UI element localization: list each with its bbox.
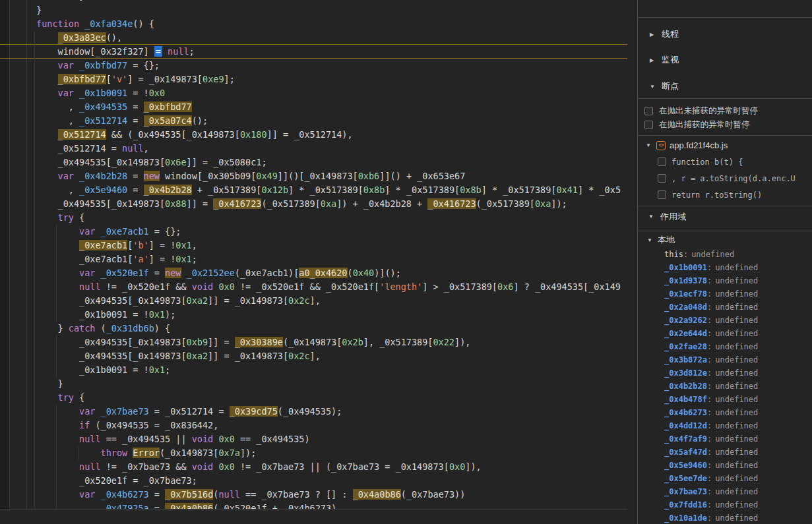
scope-local-group[interactable]: ▼ 本地 bbox=[638, 233, 812, 247]
section-breakpoints[interactable]: ▼ 断点 bbox=[638, 78, 812, 94]
code-line[interactable]: var _0x1b0091 = !0x0 bbox=[0, 86, 627, 100]
code-line[interactable]: _0x512714 && (_0x494535[_0x149873[0x180]… bbox=[0, 128, 627, 142]
variable-value: undefined bbox=[715, 487, 758, 496]
js-file-icon: <> bbox=[656, 141, 666, 150]
code-line[interactable]: window[_0x32f327] = null; bbox=[0, 45, 627, 59]
code-line[interactable]: _0x1b0091 = !0x1; bbox=[0, 363, 627, 377]
section-scope[interactable]: ▼ 作用域 bbox=[638, 209, 812, 224]
checkbox[interactable] bbox=[658, 158, 666, 166]
variable-name: _0x1b0091 bbox=[664, 263, 707, 272]
variable-name: _0x3b872a bbox=[664, 355, 707, 364]
code-line[interactable]: } catch (_0x31db6b) { bbox=[0, 322, 627, 335]
breakpoint-entry[interactable]: function b(t) { bbox=[638, 154, 812, 170]
section-watch[interactable]: ▶ 监视 bbox=[638, 52, 812, 68]
section-threads[interactable]: ▶ 线程 bbox=[638, 26, 812, 42]
scope-variable[interactable]: _0x4b6273:undefined bbox=[638, 406, 812, 419]
search-highlight: _0x7b516d bbox=[165, 489, 213, 500]
code-line[interactable]: _0x3a83ec(), bbox=[0, 31, 627, 45]
scope-variable[interactable]: _0x1b0091:undefined bbox=[638, 261, 812, 274]
code-line[interactable]: _0x1b0091 = !0x1); bbox=[0, 308, 627, 322]
code-line[interactable]: var _0x4b6273 = _0x7b516d(null == _0x7ba… bbox=[0, 488, 627, 502]
code-line[interactable]: var _0xe7acb1 = {}; bbox=[0, 225, 627, 239]
chevron-right-icon: ▶ bbox=[650, 32, 656, 38]
variable-value: undefined bbox=[715, 342, 758, 351]
breakpoint-entry[interactable]: , r = a.toString(d.a.enc.U bbox=[638, 170, 812, 187]
code-line[interactable]: _0xe7acb1['a'] = !0x1; bbox=[0, 252, 627, 266]
section-divider bbox=[638, 17, 812, 18]
code-line[interactable]: , _0x512714 = _0x5a07c4(); bbox=[0, 114, 627, 128]
code-line[interactable]: null != _0x7bae73 && void 0x0 != _0x7bae… bbox=[0, 460, 627, 474]
scope-variable[interactable]: _0x5ee7de:undefined bbox=[638, 472, 812, 485]
pause-on-caught-exceptions[interactable]: 在抛出捕获的异常时暂停 bbox=[638, 118, 812, 132]
scope-variable[interactable]: _0x5e9460:undefined bbox=[638, 459, 812, 472]
code-line[interactable]: null != _0x520e1f && void 0x0 != _0x520e… bbox=[0, 280, 627, 294]
code-line[interactable]: } bbox=[0, 3, 627, 17]
code-line[interactable]: if (_0x494535 = _0x836442, bbox=[0, 419, 627, 432]
checkbox[interactable] bbox=[658, 190, 666, 199]
scope-variable[interactable]: _0x2fae28:undefined bbox=[638, 340, 812, 353]
scope-variable[interactable]: _0x4b478f:undefined bbox=[638, 393, 812, 406]
variable-value: undefined bbox=[715, 513, 758, 523]
code-line[interactable]: _0x494535[_0x149873[0xa2]] = _0x149873[0… bbox=[0, 294, 627, 308]
code-line[interactable]: function _0xfa034e() { bbox=[0, 17, 627, 31]
variable-value: undefined bbox=[715, 500, 758, 509]
horizontal-scrollbar[interactable]: ▶ bbox=[0, 509, 627, 511]
code-line[interactable]: var _0x520e1f = new _0x2152ee(_0xe7acb1)… bbox=[0, 266, 627, 280]
scope-variable[interactable]: _0x3d812e:undefined bbox=[638, 366, 812, 380]
code-line[interactable]: var _0x4b2b28 = new window[_0x305b09[0x4… bbox=[0, 169, 627, 183]
variable-name: _0x5ee7de bbox=[664, 474, 707, 483]
code-line[interactable]: , _0x5e9460 = _0x4b2b28 + _0x517389[0x12… bbox=[0, 183, 627, 197]
code-line[interactable]: , _0x494535 = _0xbfbd77 bbox=[0, 100, 627, 114]
code-line[interactable]: try { bbox=[0, 211, 627, 225]
code-line[interactable]: _0x494535[_0x149873[0x88]] = _0x416723(_… bbox=[0, 197, 627, 211]
code-line[interactable]: _0x494535[_0x149873[0x6e]] = _0x5080c1; bbox=[0, 156, 627, 169]
search-highlight: _0x4b2b28 bbox=[144, 185, 192, 195]
code-line[interactable]: } bbox=[0, 377, 627, 391]
scope-variable[interactable]: _0x4f7af9:undefined bbox=[638, 432, 812, 446]
breakpoint-file-name: app.fd21f4cb.js bbox=[670, 140, 728, 150]
source-editor[interactable]: }}function _0xfa034e() { _0x3a83ec(), wi… bbox=[0, 0, 627, 511]
pause-on-uncaught-exceptions[interactable]: 在抛出未捕获的异常时暂停 bbox=[638, 104, 812, 118]
code-line[interactable]: _0x494535[_0x149873[0xb9]] = _0x30389e(_… bbox=[0, 335, 627, 349]
chevron-right-icon: ▶ bbox=[650, 57, 656, 63]
scope-variable[interactable]: _0x2e644d:undefined bbox=[638, 327, 812, 340]
code-line[interactable]: _0xbfbd77['v'] = _0x149873[0xe9]; bbox=[0, 73, 627, 86]
code-line[interactable]: _0xe7acb1['b'] = !0x1, bbox=[0, 239, 627, 252]
scope-variable[interactable]: _0x2a048d:undefined bbox=[638, 301, 812, 314]
checkbox[interactable] bbox=[644, 121, 653, 129]
scope-variable[interactable]: _0x5af47d:undefined bbox=[638, 446, 812, 459]
search-highlight: _0x5a07c4 bbox=[144, 115, 192, 126]
code-line[interactable]: var _0xbfbd77 = {}; bbox=[0, 59, 627, 73]
checkbox[interactable] bbox=[658, 174, 666, 183]
variable-name: _0x2a048d bbox=[664, 303, 707, 312]
search-highlight: _0x416723 bbox=[213, 198, 261, 209]
chevron-down-icon: ▼ bbox=[647, 237, 654, 243]
scope-variable[interactable]: _0x7fdd16:undefined bbox=[638, 498, 812, 511]
scope-variable[interactable]: _0x4dd12d:undefined bbox=[638, 419, 812, 432]
code-line[interactable]: null == _0x494535 || void 0x0 == _0x4945… bbox=[0, 432, 627, 446]
code-line[interactable]: try { bbox=[0, 391, 627, 405]
scope-variable[interactable]: _0x4b2b28:undefined bbox=[638, 380, 812, 393]
debugger-sidebar: ▶ 线程 ▶ 监视 ▼ 断点 在抛出未捕获的异常时暂停 在抛出捕获的异常时暂停 … bbox=[637, 0, 812, 524]
scope-variable[interactable]: _0x2a9262:undefined bbox=[638, 314, 812, 327]
scope-variable[interactable]: _0x7bae73:undefined bbox=[638, 485, 812, 498]
scope-variable[interactable]: _0x1d9378:undefined bbox=[638, 274, 812, 287]
scope-variable[interactable]: _0x3b872a:undefined bbox=[638, 353, 812, 366]
checkbox[interactable] bbox=[644, 107, 653, 115]
code-line[interactable]: _0x512714 = null, bbox=[0, 142, 627, 156]
variable-name: _0x1d9378 bbox=[664, 276, 707, 285]
variable-value: undefined bbox=[715, 276, 758, 285]
code-line[interactable]: _0x520e1f = _0x7bae73; bbox=[0, 474, 627, 488]
variable-value: undefined bbox=[715, 316, 758, 325]
section-divider bbox=[638, 135, 812, 136]
chevron-down-icon: ▼ bbox=[648, 214, 655, 219]
breakpoint-entry[interactable]: return r.toString() bbox=[638, 187, 812, 203]
variable-name: _0x5af47d bbox=[664, 448, 707, 457]
code-line[interactable]: throw Error(_0x149873[0x7a]); bbox=[0, 446, 627, 460]
scope-variable[interactable]: _0x1ecf78:undefined bbox=[638, 287, 812, 301]
variable-value: undefined bbox=[715, 448, 758, 457]
code-line[interactable]: _0x494535[_0x149873[0xa2]] = _0x149873[0… bbox=[0, 349, 627, 363]
scope-variable[interactable]: _0x10a1de:undefined bbox=[638, 511, 812, 524]
code-line[interactable]: var _0x7bae73 = _0x512714 = _0x39cd75(_0… bbox=[0, 405, 627, 419]
breakpoint-file-group[interactable]: ▼ <> app.fd21f4cb.js bbox=[638, 138, 812, 153]
